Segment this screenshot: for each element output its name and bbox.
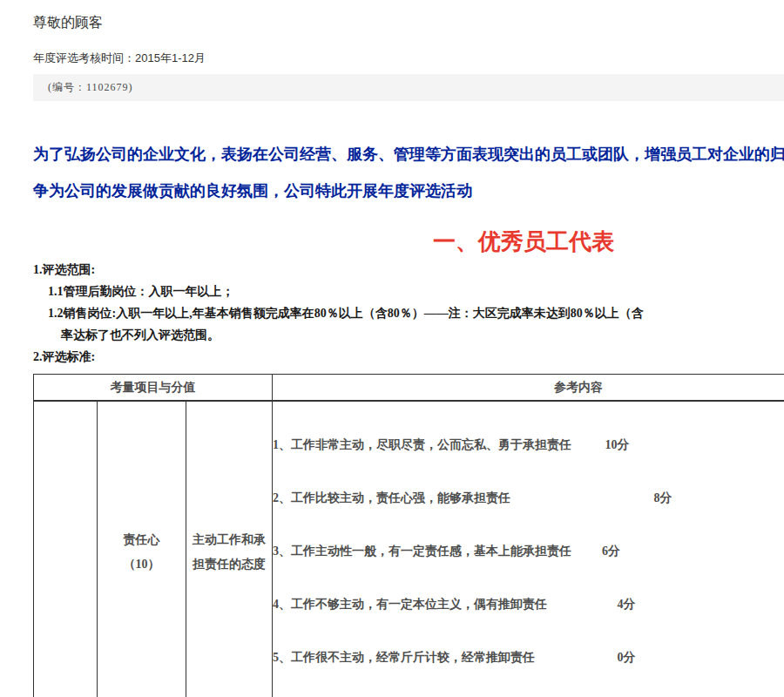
criteria-list: 1、工作非常主动，尽职尽责，公而忘私、勇于承担责任 10分 2、工作比较主动，责… <box>273 402 784 666</box>
rules-list: 1.评选范围: 1.1管理后勤岗位：入职一年以上； 1.2销售岗位:入职一年以上… <box>33 259 784 368</box>
table-header-row: 考量项目与分值 参考内容 <box>34 375 784 402</box>
evaluation-period-text: 年度评选考核时间：2015年1-12月 <box>33 52 784 64</box>
criteria-item: 1、工作非常主动，尽职尽责，公而忘私、勇于承担责任 10分 <box>273 436 784 453</box>
table-cell-group-empty <box>34 401 98 697</box>
scope-item-2-line-2: 率达标了也不列入评选范围。 <box>33 324 784 346</box>
intro-paragraph: 为了弘扬公司的企业文化，表扬在公司经营、服务、管理等方面表现突出的员工或团队，增… <box>33 136 784 209</box>
table-cell-description: 主动工作和承 担责任的态度 <box>186 401 272 697</box>
scope-heading: 1.评选范围: <box>33 259 784 281</box>
item-score: （10） <box>98 552 185 577</box>
evaluation-table: 考量项目与分值 参考内容 责任心 （10） 主动工作和承 担责任的态度 1、工作… <box>33 374 784 697</box>
scope-item-2-line-1: 1.2销售岗位:入职一年以上,年基本销售额完成率在80％以上（含80％）——注：… <box>33 302 784 324</box>
document-root: 尊敬的顾客 年度评选考核时间：2015年1-12月 (编号：1102679) 为… <box>0 16 784 697</box>
item-name: 责任心 <box>98 528 185 552</box>
item-description-line-1: 主动工作和承 <box>186 528 272 552</box>
greeting-text: 尊敬的顾客 <box>33 16 784 30</box>
intro-line-1: 为了弘扬公司的企业文化，表扬在公司经营、服务、管理等方面表现突出的员工或团队，增… <box>33 136 784 173</box>
table-cell-criteria: 1、工作非常主动，尽职尽责，公而忘私、勇于承担责任 10分 2、工作比较主动，责… <box>273 401 784 697</box>
header-reference-content: 参考内容 <box>273 375 784 402</box>
table-cell-item: 责任心 （10） <box>98 401 186 697</box>
intro-line-2: 争为公司的发展做贡献的良好氛围，公司特此开展年度评选活动 <box>33 173 784 209</box>
header-items-scores: 考量项目与分值 <box>34 375 273 402</box>
criteria-item: 4、工作不够主动，有一定本位主义，偶有推卸责任 4分 <box>273 596 784 612</box>
criteria-heading: 2.评选标准: <box>33 346 784 368</box>
scope-item-1: 1.1管理后勤岗位：入职一年以上； <box>33 281 784 302</box>
table-row: 责任心 （10） 主动工作和承 担责任的态度 1、工作非常主动，尽职尽责，公而忘… <box>34 401 784 697</box>
criteria-item: 3、工作主动性一般，有一定责任感，基本上能承担责任 6分 <box>273 543 784 559</box>
serial-number: (编号：1102679) <box>33 80 133 95</box>
criteria-item: 5、工作很不主动，经常斤斤计较，经常推卸责任 0分 <box>273 649 784 666</box>
section-title: 一、优秀员工代表 <box>33 230 784 253</box>
serial-bar: (编号：1102679) <box>33 74 784 101</box>
criteria-item: 2、工作比较主动，责任心强，能够承担责任 8分 <box>273 490 784 506</box>
item-description-line-2: 担责任的态度 <box>186 552 272 577</box>
